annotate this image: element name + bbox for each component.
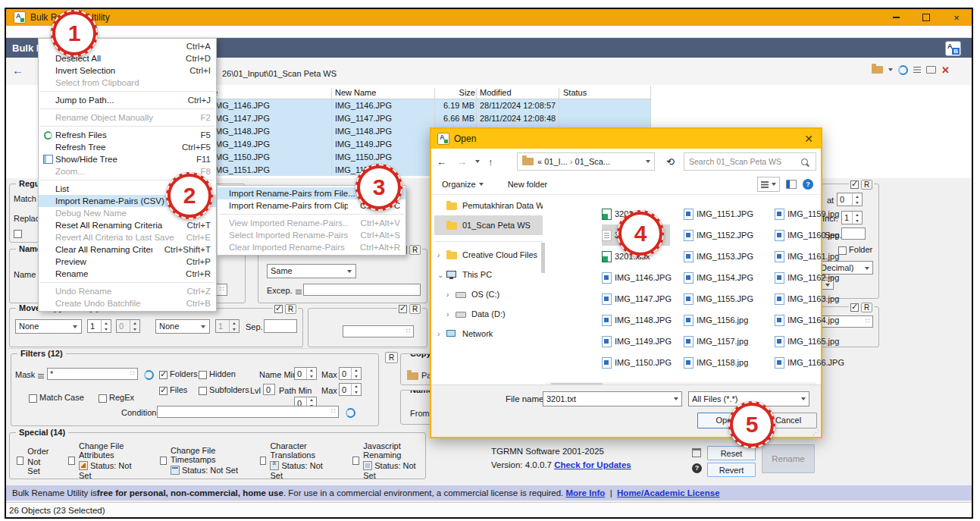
rename-button[interactable]: Rename	[762, 444, 815, 473]
filters-regex-checkbox[interactable]: RegEx	[99, 393, 134, 403]
filters-condition-input[interactable]	[157, 406, 339, 418]
file-item[interactable]: IMG_1155.JPG	[684, 288, 752, 309]
menu-item[interactable]	[40, 126, 214, 127]
file-item[interactable]: IMG_1153.JPG	[684, 246, 752, 267]
filters-path-max-spinner[interactable]: 0	[339, 383, 362, 396]
filters-hidden-checkbox[interactable]: Hidden	[199, 369, 236, 379]
filters-folders-checkbox[interactable]: Folders	[159, 369, 198, 379]
menu-item[interactable]: Preview Ctrl+P	[39, 256, 216, 268]
panel-numbering-reset[interactable]: R	[849, 180, 874, 190]
back-icon[interactable]: ←	[12, 64, 23, 77]
reset-button[interactable]: Reset	[707, 446, 756, 460]
menu-item[interactable]: Refresh Tree Ctrl+F5	[39, 141, 216, 153]
filters-files-checkbox[interactable]: Files	[159, 385, 187, 395]
file-item[interactable]: IMG_1165.jpg	[775, 331, 843, 352]
clear-icon[interactable]: ✕	[941, 64, 950, 76]
file-item[interactable]: IMG_1150.JPG	[602, 352, 670, 373]
file-item[interactable]: IMG_1163.jpg	[775, 288, 843, 309]
organize-button[interactable]: Organize	[442, 180, 476, 189]
filters-condition-refresh-icon[interactable]	[346, 408, 355, 418]
regex-include-ext-checkbox[interactable]	[14, 230, 22, 238]
filters-r-button[interactable]: R	[385, 352, 398, 363]
file-item[interactable]: IMG_1148.JPG	[602, 309, 670, 331]
filters-mask-dots[interactable]: ∷	[130, 369, 134, 377]
add-drag-dots[interactable]: ∷	[406, 327, 410, 334]
file-item[interactable]: IMG_1156.jpg	[684, 309, 752, 331]
sidebar-item[interactable]	[434, 235, 543, 242]
filters-mask-list-icon[interactable]	[38, 374, 44, 375]
dialog-refresh-icon[interactable]: ⟲	[666, 156, 675, 168]
submenu-item[interactable]: Clear Imported Rename-Pairs Ctrl+Alt+R	[218, 241, 405, 253]
file-item[interactable]: IMG_1151.JPG	[684, 203, 752, 224]
file-item[interactable]: IMG_1166.JPG	[775, 352, 843, 373]
filters-refresh-icon[interactable]	[144, 370, 154, 380]
sidebar-item[interactable]: › OS (C:)	[434, 284, 543, 304]
add-input[interactable]	[343, 325, 414, 337]
filters-subfolders-checkbox[interactable]: Subfolders	[199, 385, 249, 395]
filters-match-case-checkbox[interactable]: Match Case	[29, 393, 84, 403]
preview-pane-icon[interactable]	[786, 180, 797, 189]
menu-item[interactable]	[40, 108, 214, 109]
add-r-checkbox[interactable]	[399, 305, 407, 313]
menu-item[interactable]: Rename Object Manually F2	[39, 111, 216, 124]
menu-item[interactable]: Select from Clipboard	[39, 77, 216, 89]
more-info-link[interactable]: More Info	[566, 488, 606, 497]
resize-grip[interactable]: ⋰	[812, 428, 819, 436]
menu-item[interactable]: Jump to Path... Ctrl+J	[39, 94, 216, 106]
file-item[interactable]: IMG_1158.jpg	[684, 352, 752, 373]
column-header-size[interactable]: Size	[445, 88, 475, 97]
special-checkbox[interactable]	[17, 457, 23, 465]
column-header-modified[interactable]: Modified	[480, 88, 512, 97]
movecopy-count3-spinner[interactable]: 1	[215, 319, 240, 333]
case-r-box[interactable]: R	[409, 245, 421, 255]
movecopy-count2-spinner[interactable]: 0	[116, 319, 140, 333]
file-item[interactable]: IMG_1154.JPG	[684, 267, 752, 288]
movecopy-from-dropdown[interactable]: None	[15, 319, 82, 334]
help-small-icon[interactable]: ?	[692, 463, 702, 473]
search-box[interactable]: Search 01_Scan Peta WS	[684, 152, 816, 171]
file-item[interactable]: IMG_1160.jpg	[775, 224, 843, 246]
dialog-close-icon[interactable]: ✕	[804, 133, 813, 145]
filters-condition-dots[interactable]: ∷	[331, 407, 335, 415]
menu-item[interactable]: Rename Ctrl+R	[39, 268, 216, 280]
breadcrumb-laquo[interactable]: «	[537, 157, 542, 166]
name-drag-dots[interactable]: ∷	[220, 285, 224, 293]
filters-mask-input[interactable]: *	[47, 368, 138, 380]
column-header-new-name[interactable]: New Name	[335, 88, 376, 97]
favorites-folder-icon[interactable]	[872, 66, 883, 74]
breadcrumb-part2[interactable]: 01_Sca...	[575, 157, 610, 166]
sidebar-scrollbar[interactable]	[541, 243, 545, 273]
sidebar-chevron-icon[interactable]: ›	[446, 310, 456, 319]
movecopy-count1-spinner[interactable]: 1	[87, 319, 111, 333]
numbering-sep-input[interactable]	[841, 228, 866, 240]
file-item[interactable]: IMG_1146.JPG	[602, 267, 670, 288]
sidebar-item[interactable]: › Creative Cloud Files	[434, 245, 543, 265]
case-dropdown[interactable]: Same	[267, 264, 356, 278]
submenu-item[interactable]: View Imported Rename-Pairs... Ctrl+Alt+V	[218, 217, 405, 229]
special-checkbox[interactable]	[68, 457, 75, 465]
extension-r-box[interactable]: R	[861, 303, 872, 312]
file-item[interactable]: IMG_1157.jpg	[684, 331, 752, 352]
dialog-help-icon[interactable]: ?	[803, 179, 813, 190]
file-item[interactable]: IMG_1164.jpg	[775, 309, 843, 331]
menu-item[interactable]: Create Undo Batchfile Ctrl+B	[39, 297, 216, 309]
sidebar-chevron-icon[interactable]: ⌄	[437, 271, 446, 279]
folder-dropdown-icon[interactable]	[888, 68, 893, 71]
panel-add-reset[interactable]: R	[397, 304, 422, 314]
submenu-item[interactable]: Select Imported Rename-Pairs Ctrl+Alt+S	[218, 229, 405, 241]
special-checkbox[interactable]	[260, 457, 267, 465]
special-checkbox[interactable]	[352, 457, 359, 465]
movecopy-r-box[interactable]: R	[285, 304, 296, 314]
nav-forward-icon[interactable]: →	[457, 156, 467, 168]
case-excep-input[interactable]	[303, 284, 421, 296]
numbering-folder-checkbox[interactable]: Folder	[838, 245, 872, 255]
sidebar-item[interactable]: › Network	[434, 324, 543, 344]
breadcrumb-dropdown-icon[interactable]	[646, 160, 650, 163]
panel-extension-reset[interactable]: R	[849, 303, 874, 312]
window-small-icon[interactable]	[692, 448, 701, 457]
new-folder-button[interactable]: New folder	[508, 180, 548, 189]
numbering-r-checkbox[interactable]	[850, 180, 859, 189]
breadcrumb[interactable]: « 01_I... › 01_Sca...	[517, 152, 655, 171]
breadcrumb-part1[interactable]: 01_I...	[544, 157, 568, 166]
view-mode-button[interactable]	[757, 177, 780, 192]
